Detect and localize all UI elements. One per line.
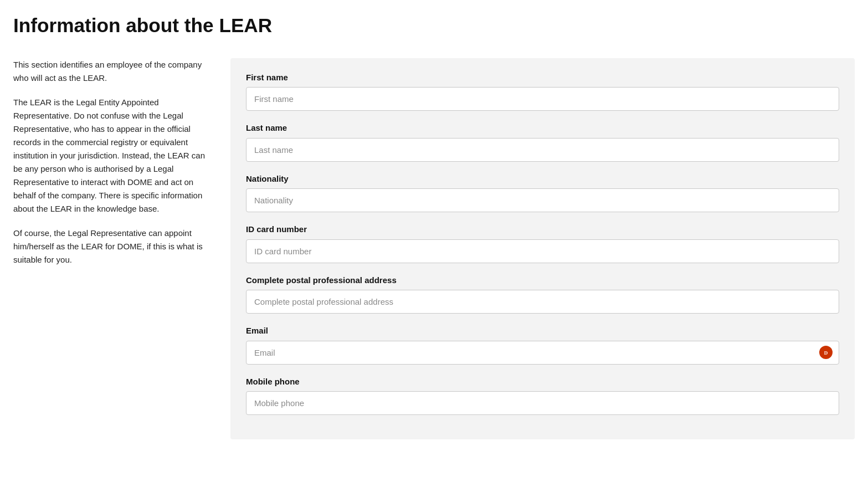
label-postal-address: Complete postal professional address xyxy=(246,274,839,287)
label-last-name: Last name xyxy=(246,122,839,135)
label-id-card-number: ID card number xyxy=(246,223,839,236)
input-id-card-number[interactable] xyxy=(246,239,839,263)
content-layout: This section identifies an employee of t… xyxy=(13,58,855,440)
input-email[interactable] xyxy=(246,341,839,365)
field-last-name: Last name xyxy=(246,122,839,162)
page-container: Information about the LEAR This section … xyxy=(0,0,868,450)
field-first-name: First name xyxy=(246,71,839,111)
field-postal-address: Complete postal professional address xyxy=(246,274,839,314)
label-nationality: Nationality xyxy=(246,173,839,186)
label-mobile-phone: Mobile phone xyxy=(246,376,839,388)
field-mobile-phone: Mobile phone xyxy=(246,376,839,416)
page-title: Information about the LEAR xyxy=(13,11,855,40)
email-input-wrapper: D xyxy=(246,341,839,365)
description-paragraph-3: Of course, the Legal Representative can … xyxy=(13,227,213,266)
field-id-card-number: ID card number xyxy=(246,223,839,263)
input-mobile-phone[interactable] xyxy=(246,391,839,415)
description-paragraph-1: This section identifies an employee of t… xyxy=(13,58,213,85)
form-panel: First nameLast nameNationalityID card nu… xyxy=(230,58,855,440)
input-first-name[interactable] xyxy=(246,87,839,111)
field-email: Email D xyxy=(246,325,839,365)
label-first-name: First name xyxy=(246,71,839,84)
description-paragraph-2: The LEAR is the Legal Entity Appointed R… xyxy=(13,96,213,216)
input-postal-address[interactable] xyxy=(246,290,839,314)
input-last-name[interactable] xyxy=(246,138,839,162)
input-nationality[interactable] xyxy=(246,188,839,212)
description-panel: This section identifies an employee of t… xyxy=(13,58,213,278)
label-email: Email xyxy=(246,325,839,337)
field-nationality: Nationality xyxy=(246,173,839,213)
